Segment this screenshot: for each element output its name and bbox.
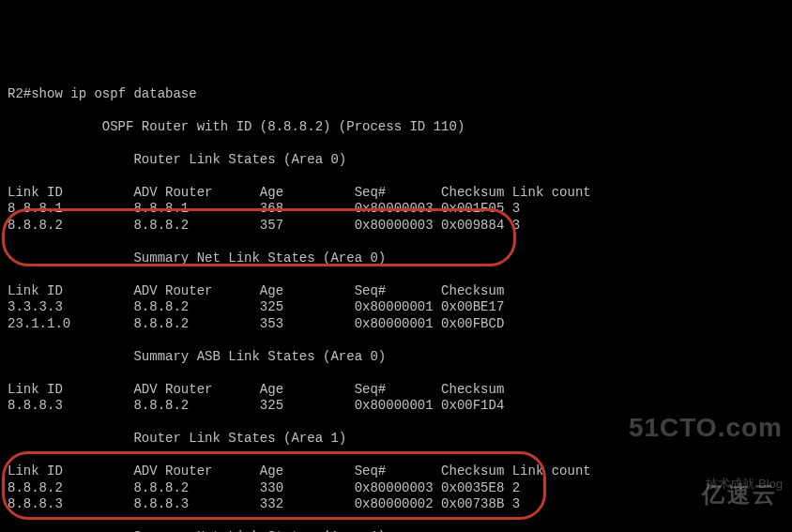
table-row: 8.8.8.2 8.8.8.2 330 0x80000003 0x0035E8 …: [8, 480, 520, 495]
ospf-header: OSPF Router with ID (8.8.8.2) (Process I…: [8, 119, 465, 134]
watermark-main: 51CTO.com: [629, 411, 783, 444]
section-title-summary-asb-area0: Summary ASB Link States (Area 0): [8, 349, 386, 364]
table-row: 8.8.8.2 8.8.8.2 357 0x80000003 0x009884 …: [8, 218, 520, 233]
table-row: 8.8.8.1 8.8.8.1 368 0x80000003 0x001F05 …: [8, 201, 520, 216]
prompt: R2#: [8, 86, 31, 101]
watermark: 51CTO.com 技术成就 Blog 亿速云: [629, 378, 783, 524]
section-title-summary-net-area0: Summary Net Link States (Area 0): [8, 251, 386, 266]
section-title-router-link-area1: Router Link States (Area 1): [8, 431, 346, 446]
section-title-router-link-area0: Router Link States (Area 0): [8, 152, 346, 167]
command: show ip ospf database: [31, 86, 196, 101]
table-row: 23.1.1.0 8.8.8.2 353 0x80000001 0x00FBCD: [8, 316, 504, 331]
table-row: 8.8.8.3 8.8.8.3 332 0x80000002 0x00738B …: [8, 496, 520, 511]
watermark-brand: 亿速云: [702, 480, 778, 509]
table-row: 3.3.3.3 8.8.8.2 325 0x80000001 0x00BE17: [8, 299, 504, 314]
cols-header: Link ID ADV Router Age Seq# Checksum Lin…: [8, 464, 591, 479]
cols-header: Link ID ADV Router Age Seq# Checksum: [8, 382, 504, 397]
cols-header: Link ID ADV Router Age Seq# Checksum: [8, 283, 504, 298]
table-row: 8.8.8.3 8.8.8.2 325 0x80000001 0x00F1D4: [8, 398, 504, 413]
cols-header: Link ID ADV Router Age Seq# Checksum Lin…: [8, 185, 591, 200]
